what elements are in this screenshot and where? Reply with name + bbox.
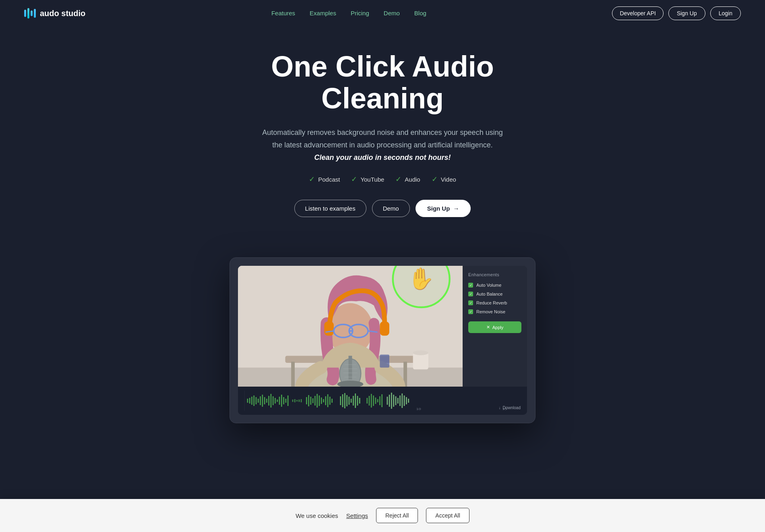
svg-rect-87 [391, 393, 392, 409]
enhancement-auto-volume: Auto Volume [468, 283, 521, 288]
svg-rect-66 [331, 399, 333, 403]
app-preview: ✋ [221, 257, 544, 423]
download-area[interactable]: ↓ Download [499, 406, 521, 410]
cookie-settings-button[interactable]: Settings [346, 512, 368, 519]
svg-rect-92 [401, 393, 403, 408]
svg-rect-79 [371, 394, 372, 408]
app-content: ✋ [238, 266, 527, 415]
logo-bar-3 [31, 10, 33, 16]
waveform-area: 15 10 ↓ Download [238, 387, 527, 415]
logo[interactable]: audo studio [24, 8, 85, 19]
svg-text:✋: ✋ [408, 266, 434, 292]
arrow-icon: → [453, 205, 459, 212]
svg-rect-32 [253, 395, 254, 406]
svg-rect-72 [351, 399, 352, 403]
listen-examples-button[interactable]: Listen to examples [294, 200, 366, 217]
svg-rect-47 [285, 399, 287, 403]
nav-blog[interactable]: Blog [414, 10, 426, 17]
svg-rect-57 [312, 398, 314, 403]
accept-all-button[interactable]: Accept All [426, 508, 469, 523]
svg-rect-68 [342, 394, 343, 407]
logo-bar-2 [27, 8, 29, 19]
logo-text: audo studio [40, 9, 85, 18]
waveform-svg: 15 10 [244, 391, 521, 411]
developer-api-button[interactable]: Developer API [612, 6, 664, 20]
check-podcast-icon: ✓ [309, 175, 315, 184]
svg-rect-12 [380, 321, 389, 335]
svg-rect-50 [294, 399, 296, 402]
svg-rect-51 [296, 400, 298, 402]
nav-demo[interactable]: Demo [384, 10, 400, 17]
nav-features[interactable]: Features [271, 10, 295, 17]
svg-rect-45 [281, 395, 282, 407]
svg-rect-42 [275, 398, 276, 404]
svg-rect-44 [279, 397, 280, 405]
checkbox-remove-noise[interactable] [468, 309, 473, 314]
demo-button[interactable]: Demo [372, 200, 410, 217]
svg-rect-75 [357, 396, 358, 406]
nav-pricing[interactable]: Pricing [351, 10, 369, 17]
hero-subtitle: Automatically removes background noise a… [262, 126, 503, 164]
svg-rect-37 [264, 397, 265, 404]
download-label: Download [503, 406, 521, 410]
nav-examples[interactable]: Examples [310, 10, 336, 17]
svg-rect-63 [325, 396, 327, 405]
svg-rect-71 [349, 397, 350, 405]
signup-hero-button[interactable]: Sign Up → [416, 200, 471, 217]
svg-rect-91 [399, 395, 401, 406]
svg-rect-94 [406, 397, 407, 404]
logo-bar-1 [24, 10, 26, 17]
cookie-banner: We use cookies Settings Reject All Accep… [0, 499, 765, 532]
svg-rect-34 [258, 399, 259, 403]
svg-rect-19 [349, 356, 352, 380]
svg-rect-78 [369, 396, 370, 406]
svg-rect-81 [375, 397, 376, 404]
svg-rect-35 [260, 396, 261, 405]
svg-rect-38 [266, 399, 267, 403]
svg-rect-58 [314, 396, 316, 406]
checkbox-auto-volume[interactable] [468, 283, 473, 288]
video-placeholder: ✋ [238, 266, 463, 387]
svg-rect-74 [355, 393, 356, 408]
tag-audio: ✓ Audio [395, 175, 420, 184]
feature-tags: ✓ Podcast ✓ YouTube ✓ Audio ✓ Video [209, 175, 556, 184]
svg-rect-61 [321, 397, 322, 404]
svg-rect-89 [395, 396, 397, 405]
label-auto-volume: Auto Volume [476, 283, 501, 288]
svg-rect-11 [324, 321, 333, 335]
panel-title: Enhancements [468, 272, 521, 277]
nav-actions: Developer API Sign Up Login [612, 6, 741, 20]
svg-rect-95 [408, 399, 409, 403]
svg-text:10: 10 [416, 407, 421, 411]
svg-rect-88 [393, 395, 394, 407]
tag-podcast: ✓ Podcast [309, 175, 340, 184]
svg-rect-65 [329, 397, 331, 405]
download-icon: ↓ [499, 406, 501, 410]
svg-rect-30 [249, 398, 250, 404]
tag-youtube: ✓ YouTube [351, 175, 384, 184]
check-youtube-icon: ✓ [351, 175, 357, 184]
nav-signup-button[interactable]: Sign Up [668, 6, 705, 20]
checkbox-reduce-reverb[interactable] [468, 300, 473, 305]
nav-login-button[interactable]: Login [710, 6, 741, 20]
svg-rect-33 [256, 397, 257, 404]
svg-rect-55 [308, 395, 309, 406]
svg-rect-62 [323, 399, 324, 402]
svg-rect-60 [319, 395, 320, 406]
apply-button[interactable]: ✕ Apply [468, 321, 521, 333]
svg-rect-52 [299, 400, 300, 402]
reject-all-button[interactable]: Reject All [376, 508, 418, 523]
svg-rect-80 [373, 395, 374, 406]
svg-rect-83 [379, 396, 380, 405]
check-video-icon: ✓ [432, 175, 438, 184]
svg-rect-64 [327, 394, 329, 407]
svg-rect-67 [340, 396, 341, 405]
enhancement-remove-noise: Remove Noise [468, 309, 521, 314]
video-area: ✋ [238, 266, 463, 387]
svg-rect-25 [413, 353, 428, 369]
checkbox-auto-balance[interactable] [468, 292, 473, 296]
svg-rect-93 [404, 395, 405, 406]
cookie-message: We use cookies [296, 512, 338, 519]
video-background-svg: ✋ [238, 266, 463, 387]
enhancements-panel: Enhancements Auto Volume Auto Balance Re… [463, 266, 527, 387]
